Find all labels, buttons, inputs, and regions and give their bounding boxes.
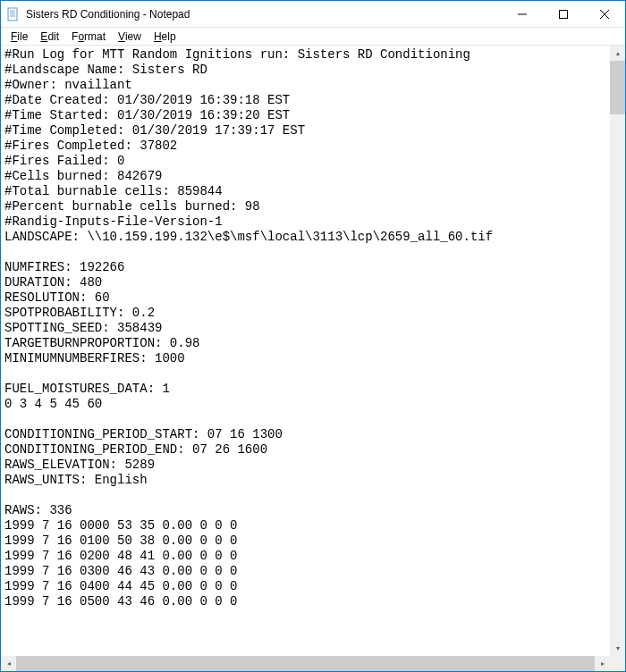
menu-help[interactable]: Help xyxy=(148,29,182,44)
text-editor[interactable]: #Run Log for MTT Random Ignitions run: S… xyxy=(1,46,610,656)
menu-view-rest: iew xyxy=(125,30,141,43)
scrollbar-corner xyxy=(610,656,625,671)
menu-file-rest: ile xyxy=(17,30,28,43)
notepad-window: Sisters RD Conditioning - Notepad File E… xyxy=(0,0,626,672)
menu-edit[interactable]: Edit xyxy=(34,29,65,44)
scroll-right-button[interactable]: ▸ xyxy=(595,656,610,671)
notepad-app-icon xyxy=(6,7,21,21)
titlebar[interactable]: Sisters RD Conditioning - Notepad xyxy=(1,1,625,28)
close-button[interactable] xyxy=(584,1,625,28)
menu-view[interactable]: View xyxy=(112,29,148,44)
content-area: #Run Log for MTT Random Ignitions run: S… xyxy=(1,46,625,671)
menu-help-rest: elp xyxy=(162,30,176,43)
window-controls xyxy=(502,1,625,27)
scroll-up-button[interactable]: ▴ xyxy=(610,46,625,61)
menu-edit-rest: dit xyxy=(47,30,59,43)
horizontal-scrollbar[interactable]: ◂ ▸ xyxy=(1,656,610,671)
horizontal-scroll-thumb[interactable] xyxy=(16,656,595,671)
menu-format[interactable]: Format xyxy=(65,29,112,44)
menubar: File Edit Format View Help xyxy=(1,28,625,46)
window-title: Sisters RD Conditioning - Notepad xyxy=(26,8,502,21)
svg-rect-6 xyxy=(560,11,568,19)
menu-file[interactable]: File xyxy=(4,29,34,44)
vertical-scrollbar[interactable]: ▴ ▾ xyxy=(610,46,625,656)
maximize-button[interactable] xyxy=(543,1,584,28)
horizontal-scroll-track[interactable] xyxy=(16,656,595,671)
menu-format-rest: rmat xyxy=(84,30,106,43)
scroll-down-button[interactable]: ▾ xyxy=(610,641,625,656)
scroll-left-button[interactable]: ◂ xyxy=(1,656,16,671)
minimize-button[interactable] xyxy=(502,1,543,28)
vertical-scroll-thumb[interactable] xyxy=(610,61,625,114)
